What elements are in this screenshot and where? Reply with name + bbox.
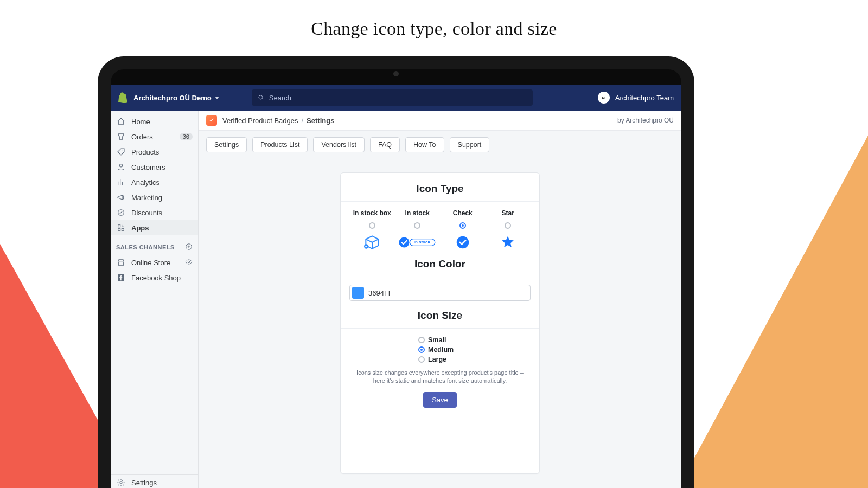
- search-input[interactable]: [269, 94, 527, 102]
- sidebar-item-orders[interactable]: Orders 36: [111, 129, 198, 144]
- sidebar-item-facebook-shop[interactable]: Facebook Shop: [111, 270, 198, 285]
- svg-text:in stock: in stock: [414, 240, 431, 245]
- svg-rect-6: [118, 228, 120, 230]
- sidebar-item-apps[interactable]: Apps: [111, 220, 198, 235]
- content-area: Verified Product Badges / Settings by Ar…: [199, 111, 681, 488]
- size-option-small[interactable]: Small: [418, 336, 462, 344]
- team-avatar[interactable]: AT: [598, 92, 610, 104]
- radio-in-stock-box[interactable]: [369, 222, 375, 229]
- icon-type-label: In stock: [405, 209, 430, 217]
- breadcrumb: Verified Product Badges / Settings by Ar…: [199, 111, 681, 131]
- tab-support[interactable]: Support: [450, 137, 490, 152]
- icon-color-field[interactable]: [349, 285, 531, 301]
- sidebar-item-settings[interactable]: Settings: [111, 475, 198, 488]
- svg-rect-4: [118, 225, 120, 227]
- icon-size-options: Small Medium Large: [349, 336, 531, 363]
- sidebar-item-label: Products: [131, 148, 159, 156]
- app-screen: Architechpro OÜ Demo AT Architechpro Tea…: [111, 85, 681, 488]
- divider: [341, 328, 539, 329]
- icon-type-label: Check: [453, 209, 473, 217]
- tab-products-list[interactable]: Products List: [252, 137, 308, 152]
- icon-type-label: In stock box: [353, 209, 391, 217]
- sidebar-item-label: Apps: [131, 224, 149, 232]
- radio-check[interactable]: [459, 222, 466, 229]
- radio-star[interactable]: [505, 222, 511, 229]
- radio-large[interactable]: [418, 356, 425, 363]
- shopify-logo-icon: [118, 92, 128, 103]
- sidebar-item-label: Orders: [131, 133, 153, 141]
- icon-type-heading: Icon Type: [349, 183, 531, 195]
- star-icon: [497, 234, 519, 251]
- icon-size-heading: Icon Size: [349, 310, 531, 322]
- sidebar-item-label: Settings: [131, 479, 157, 487]
- page-headline: Change icon type, color and size: [0, 18, 868, 39]
- sidebar-item-home[interactable]: Home: [111, 114, 198, 129]
- size-option-label: Medium: [428, 346, 454, 354]
- divider: [341, 277, 539, 277]
- analytics-icon: [116, 177, 126, 187]
- icon-color-heading: Icon Color: [349, 258, 531, 270]
- app-byline: by Architechpro OÜ: [617, 117, 674, 124]
- tabs-row: Settings Products List Vendors list FAQ …: [199, 131, 681, 160]
- sidebar-item-label: Discounts: [131, 209, 162, 217]
- search-field[interactable]: [252, 89, 533, 106]
- icon-type-check[interactable]: Check: [440, 209, 486, 251]
- size-option-large[interactable]: Large: [418, 356, 462, 363]
- team-name[interactable]: Architechpro Team: [615, 94, 674, 102]
- tab-vendors-list[interactable]: Vendors list: [313, 137, 365, 152]
- save-button[interactable]: Save: [423, 392, 457, 408]
- search-icon: [257, 94, 265, 101]
- color-hex-input[interactable]: [364, 289, 530, 297]
- store-switcher[interactable]: Architechpro OÜ Demo: [133, 94, 212, 102]
- tab-how-to[interactable]: How To: [405, 137, 444, 152]
- home-icon: [116, 117, 126, 126]
- visibility-icon[interactable]: [185, 258, 193, 267]
- laptop-camera: [393, 71, 399, 76]
- check-circle-icon: [452, 234, 474, 251]
- in-stock-badge-icon: in stock: [398, 234, 437, 251]
- sidebar-item-label: Customers: [131, 163, 165, 171]
- svg-point-0: [259, 95, 263, 99]
- size-option-medium[interactable]: Medium: [418, 346, 462, 354]
- tab-faq[interactable]: FAQ: [370, 137, 400, 152]
- radio-in-stock[interactable]: [414, 222, 420, 229]
- sidebar-item-label: Facebook Shop: [131, 274, 181, 282]
- breadcrumb-app[interactable]: Verified Product Badges: [222, 117, 298, 125]
- laptop-frame: Architechpro OÜ Demo AT Architechpro Tea…: [98, 56, 694, 488]
- breadcrumb-current: Settings: [307, 117, 334, 125]
- size-hint: Icons size changes everywhere excepting …: [352, 369, 528, 386]
- megaphone-icon: [116, 192, 126, 202]
- radio-medium[interactable]: [418, 346, 425, 353]
- app-logo-icon: [206, 115, 217, 126]
- sales-channels-heading: SALES CHANNELS: [111, 235, 198, 255]
- sidebar-item-customers[interactable]: Customers: [111, 159, 198, 175]
- tag-icon: [116, 147, 126, 157]
- svg-point-10: [120, 481, 122, 484]
- box-icon: [361, 234, 383, 251]
- gear-icon: [116, 478, 126, 487]
- chevron-down-icon: [215, 97, 219, 99]
- tab-settings[interactable]: Settings: [206, 137, 247, 152]
- store-icon: [116, 258, 126, 267]
- orders-badge: 36: [180, 133, 193, 140]
- svg-point-1: [123, 150, 124, 151]
- add-channel-icon[interactable]: [185, 243, 193, 252]
- sidebar-item-marketing[interactable]: Marketing: [111, 190, 198, 205]
- color-swatch[interactable]: [352, 287, 364, 299]
- icon-type-star[interactable]: Star: [486, 209, 531, 251]
- sidebar-item-label: Marketing: [131, 194, 162, 202]
- sidebar-item-analytics[interactable]: Analytics: [111, 175, 198, 190]
- topbar: Architechpro OÜ Demo AT Architechpro Tea…: [111, 85, 681, 111]
- facebook-icon: [116, 273, 126, 282]
- sidebar-item-discounts[interactable]: Discounts: [111, 205, 198, 220]
- icon-type-options: In stock box In stock: [349, 209, 531, 251]
- orders-icon: [116, 132, 126, 142]
- icon-type-in-stock-box[interactable]: In stock box: [349, 209, 395, 251]
- bg-triangle-orange: [678, 136, 868, 488]
- breadcrumb-sep: /: [301, 117, 303, 125]
- icon-type-in-stock[interactable]: In stock in stock: [395, 209, 441, 251]
- radio-small[interactable]: [418, 337, 425, 343]
- sidebar-item-products[interactable]: Products: [111, 144, 198, 159]
- sidebar-item-online-store[interactable]: Online Store: [111, 255, 198, 270]
- apps-icon: [116, 223, 126, 233]
